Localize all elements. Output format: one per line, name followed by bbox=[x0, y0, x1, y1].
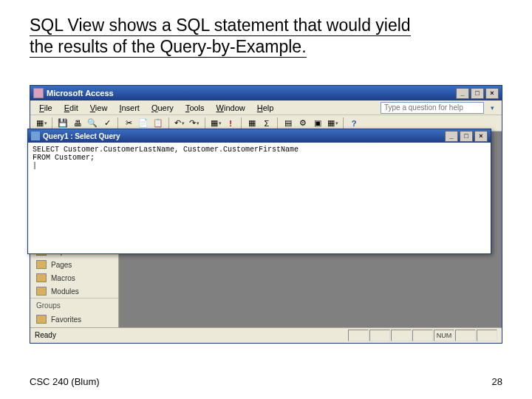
status-cell bbox=[391, 330, 412, 341]
query-icon bbox=[31, 132, 40, 140]
db-icon: ▣ bbox=[314, 118, 321, 128]
menubar: File Edit View Insert Query Tools Window… bbox=[30, 100, 502, 115]
menu-window[interactable]: Window bbox=[212, 102, 250, 114]
props-button[interactable]: ▤ bbox=[282, 117, 295, 130]
app-title: Microsoft Access bbox=[47, 89, 114, 98]
app-icon bbox=[33, 88, 44, 98]
querytype-icon: ▦ bbox=[211, 118, 218, 128]
run-button[interactable]: ! bbox=[224, 117, 237, 130]
maximize-button[interactable]: □ bbox=[471, 88, 484, 99]
minimize-button[interactable]: _ bbox=[456, 88, 469, 99]
separator bbox=[52, 117, 52, 129]
save-button[interactable]: 💾 bbox=[56, 117, 69, 130]
copy-button[interactable]: 📄 bbox=[137, 117, 150, 130]
status-num: NUM bbox=[434, 330, 454, 341]
status-cell bbox=[477, 330, 497, 341]
view-button[interactable]: ▦▾ bbox=[35, 117, 48, 130]
totals-icon: Σ bbox=[265, 119, 270, 128]
preview-button[interactable]: 🔍 bbox=[86, 117, 99, 130]
chevron-down-icon: ▾ bbox=[197, 120, 200, 126]
spell-icon: ✓ bbox=[104, 118, 111, 128]
inner-maximize-button[interactable]: □ bbox=[460, 131, 473, 142]
status-cell bbox=[369, 330, 390, 341]
help-dropdown-icon[interactable]: ▾ bbox=[487, 104, 497, 112]
inner-close-button[interactable]: × bbox=[474, 131, 488, 142]
inner-minimize-button[interactable]: _ bbox=[445, 131, 458, 142]
redo-button[interactable]: ↷▾ bbox=[188, 117, 201, 130]
workspace: Reports Pages Macros Modules Groups Favo… bbox=[30, 132, 502, 327]
separator bbox=[241, 117, 242, 129]
newobj-button[interactable]: ▦▾ bbox=[326, 117, 339, 130]
titlebar: Microsoft Access _ □ × bbox=[30, 86, 502, 100]
separator bbox=[277, 117, 278, 129]
sql-query-window: Query1 : Select Query _ □ × SELECT Custo… bbox=[27, 129, 491, 254]
chevron-down-icon: ▾ bbox=[44, 120, 47, 126]
sql-editor[interactable]: SELECT Customer.CustomerLastName, Custom… bbox=[28, 143, 491, 252]
build-button[interactable]: ⚙ bbox=[296, 117, 310, 130]
menu-file[interactable]: File bbox=[35, 102, 57, 114]
showtable-icon: ▦ bbox=[248, 118, 256, 128]
sidebar-item-macros[interactable]: Macros bbox=[30, 271, 118, 284]
undo-icon: ↶ bbox=[174, 118, 181, 128]
save-icon: 💾 bbox=[58, 118, 68, 128]
cut-icon: ✂ bbox=[126, 118, 132, 128]
help-search-input[interactable] bbox=[381, 102, 484, 114]
spell-button[interactable]: ✓ bbox=[100, 117, 114, 130]
props-icon: ▤ bbox=[284, 118, 292, 128]
menu-help[interactable]: Help bbox=[253, 102, 279, 114]
menu-view[interactable]: View bbox=[86, 102, 112, 114]
footer-page: 28 bbox=[492, 376, 502, 387]
inner-titlebar: Query1 : Select Query _ □ × bbox=[28, 129, 491, 143]
slide-title: SQL View shows a SQL statement that woul… bbox=[30, 15, 502, 58]
view-icon: ▦ bbox=[36, 118, 44, 128]
cut-button[interactable]: ✂ bbox=[122, 117, 135, 130]
querytype-button[interactable]: ▦▾ bbox=[209, 117, 222, 130]
paste-button[interactable]: 📋 bbox=[151, 117, 165, 130]
sidebar-item-label: Macros bbox=[51, 274, 75, 282]
sidebar-item-pages[interactable]: Pages bbox=[30, 258, 118, 271]
footer-left: CSC 240 (Blum) bbox=[30, 376, 100, 387]
statusbar: Ready NUM bbox=[30, 327, 502, 342]
macros-icon bbox=[36, 273, 47, 282]
help-icon: ? bbox=[352, 119, 357, 128]
modules-icon bbox=[36, 287, 47, 296]
print-icon: 🖶 bbox=[74, 119, 82, 128]
menu-tools[interactable]: Tools bbox=[181, 102, 209, 114]
chevron-down-icon: ▾ bbox=[219, 120, 222, 126]
sidebar-item-favorites[interactable]: Favorites bbox=[30, 313, 118, 326]
separator bbox=[168, 117, 169, 129]
sidebar-item-label: Favorites bbox=[51, 316, 81, 324]
separator bbox=[343, 117, 344, 129]
sidebar-item-label: Modules bbox=[51, 287, 79, 296]
pages-icon bbox=[36, 260, 47, 269]
print-button[interactable]: 🖶 bbox=[71, 117, 84, 130]
newobj-icon: ▦ bbox=[327, 118, 335, 128]
preview-icon: 🔍 bbox=[87, 118, 98, 128]
menu-edit[interactable]: Edit bbox=[60, 102, 83, 114]
run-icon: ! bbox=[229, 119, 232, 128]
undo-button[interactable]: ↶▾ bbox=[173, 117, 186, 130]
menu-insert[interactable]: Insert bbox=[115, 102, 144, 114]
inner-title-text: Query1 : Select Query bbox=[43, 132, 120, 140]
status-cell bbox=[455, 330, 476, 341]
separator bbox=[117, 117, 118, 129]
chevron-down-icon: ▾ bbox=[182, 120, 185, 126]
showtable-button[interactable]: ▦ bbox=[245, 117, 259, 130]
paste-icon: 📋 bbox=[153, 118, 163, 128]
copy-icon: 📄 bbox=[138, 118, 149, 128]
redo-icon: ↷ bbox=[189, 118, 196, 128]
close-button[interactable]: × bbox=[485, 88, 499, 99]
access-window: Microsoft Access _ □ × File Edit View In… bbox=[30, 85, 502, 344]
build-icon: ⚙ bbox=[299, 118, 307, 128]
sidebar-item-modules[interactable]: Modules bbox=[30, 284, 118, 298]
sidebar-item-label: Pages bbox=[51, 261, 72, 269]
menu-query[interactable]: Query bbox=[147, 102, 178, 114]
sidebar-groups-header: Groups bbox=[30, 298, 118, 313]
status-cell bbox=[412, 330, 433, 341]
help-button[interactable]: ? bbox=[347, 117, 361, 130]
totals-button[interactable]: Σ bbox=[260, 117, 273, 130]
chevron-down-icon: ▾ bbox=[335, 120, 338, 126]
status-ready: Ready bbox=[35, 331, 56, 339]
slide-footer: CSC 240 (Blum) 28 bbox=[30, 376, 502, 387]
dbwindow-button[interactable]: ▣ bbox=[311, 117, 324, 130]
